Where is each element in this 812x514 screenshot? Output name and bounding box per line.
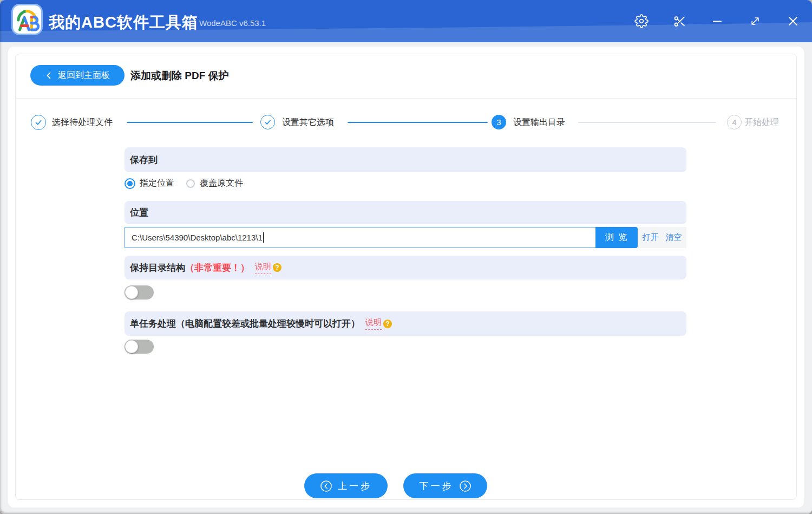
step-1-label: 选择待处理文件: [52, 117, 113, 128]
app-logo: [11, 4, 43, 35]
section-keep-structure: 保持目录结构 （非常重要！） 说明 ?: [125, 256, 686, 279]
keep-structure-important-note: （非常重要！）: [185, 262, 250, 274]
section-save-to-title: 保存到: [130, 154, 158, 166]
window-controls: [623, 0, 812, 42]
chevron-left-icon: [45, 71, 53, 80]
minimize-icon: [711, 15, 724, 28]
step-4-circle: 4: [727, 115, 742, 129]
step-4-label: 开始处理: [744, 117, 779, 128]
radio-specified-location-label[interactable]: 指定位置: [140, 178, 174, 189]
maximize-icon: [749, 15, 762, 28]
step-1-circle: [31, 115, 46, 130]
section-location: 位置: [125, 201, 686, 224]
section-save-to: 保存到: [125, 147, 686, 172]
toggle-knob: [125, 340, 138, 353]
close-icon: [786, 14, 800, 28]
app-title: 我的ABC软件工具箱: [49, 12, 198, 34]
question-mark-icon[interactable]: ?: [383, 320, 392, 328]
next-step-label: 下一步: [420, 480, 454, 492]
app-version: WodeABC v6.53.1: [199, 18, 266, 28]
app-window: 我的ABC软件工具箱 WodeABC v6.53.1: [0, 0, 812, 514]
settings-button[interactable]: [623, 0, 660, 42]
minimize-button[interactable]: [698, 0, 736, 42]
save-to-options: 指定位置 覆盖原文件: [125, 177, 243, 190]
section-location-title: 位置: [130, 206, 148, 219]
close-button[interactable]: [774, 0, 812, 42]
toggle-knob: [125, 286, 138, 299]
circle-chevron-right-icon: [459, 480, 472, 492]
previous-step-button[interactable]: 上一步: [304, 473, 388, 498]
section-single-task-title: 单任务处理（电脑配置较差或批量处理较慢时可以打开）: [130, 317, 360, 330]
previous-step-label: 上一步: [338, 480, 372, 492]
location-input-row: C:\Users\54390\Desktop\abc\1213\1 浏 览 打开…: [125, 227, 686, 248]
output-path-input[interactable]: C:\Users\54390\Desktop\abc\1213\1: [125, 227, 595, 248]
screenshot-button[interactable]: [660, 0, 698, 42]
question-mark-icon[interactable]: ?: [273, 263, 281, 272]
page-background: 返回到主面板 添加或删除 PDF 保护 选择待处理文件 设置其它: [0, 42, 812, 514]
keep-structure-help-label[interactable]: 说明: [255, 262, 271, 274]
keep-structure-toggle[interactable]: [125, 285, 154, 300]
maximize-button[interactable]: [736, 0, 774, 42]
section-keep-structure-title: 保持目录结构: [130, 262, 185, 274]
next-step-button[interactable]: 下一步: [403, 473, 487, 498]
open-folder-link[interactable]: 打开: [643, 232, 659, 243]
browse-button[interactable]: 浏 览: [595, 227, 638, 248]
back-to-dashboard-button[interactable]: 返回到主面板: [30, 65, 125, 86]
radio-specified-location[interactable]: [125, 178, 135, 189]
single-task-toggle[interactable]: [125, 340, 154, 354]
keep-structure-help[interactable]: 说明 ?: [255, 262, 281, 274]
radio-dot: [127, 181, 133, 186]
check-icon: [31, 115, 45, 130]
radio-overwrite-original[interactable]: [186, 179, 195, 188]
gear-icon: [634, 14, 649, 28]
path-links: 打开 清空: [638, 227, 686, 248]
single-task-help-label[interactable]: 说明: [365, 317, 382, 330]
radio-overwrite-original-label[interactable]: 覆盖原文件: [200, 178, 243, 189]
content-panel: 返回到主面板 添加或删除 PDF 保护 选择待处理文件 设置其它: [8, 47, 804, 508]
back-button-label: 返回到主面板: [58, 70, 110, 81]
scissors-icon: [673, 15, 686, 28]
text-caret: [263, 232, 264, 243]
output-path-value: C:\Users\54390\Desktop\abc\1213\1: [132, 233, 263, 242]
circle-chevron-left-icon: [320, 480, 332, 492]
content-card: 返回到主面板 添加或删除 PDF 保护 选择待处理文件 设置其它: [15, 54, 797, 500]
single-task-help[interactable]: 说明 ?: [365, 317, 392, 330]
section-single-task: 单任务处理（电脑配置较差或批量处理较慢时可以打开） 说明 ?: [125, 311, 686, 336]
titlebar[interactable]: 我的ABC软件工具箱 WodeABC v6.53.1: [0, 0, 812, 42]
clear-path-link[interactable]: 清空: [666, 232, 682, 243]
step-4-number: 4: [732, 118, 736, 127]
form-column: 保存到 指定位置 覆盖原文件 位置 C:\Users\54390\Desktop…: [125, 54, 686, 499]
